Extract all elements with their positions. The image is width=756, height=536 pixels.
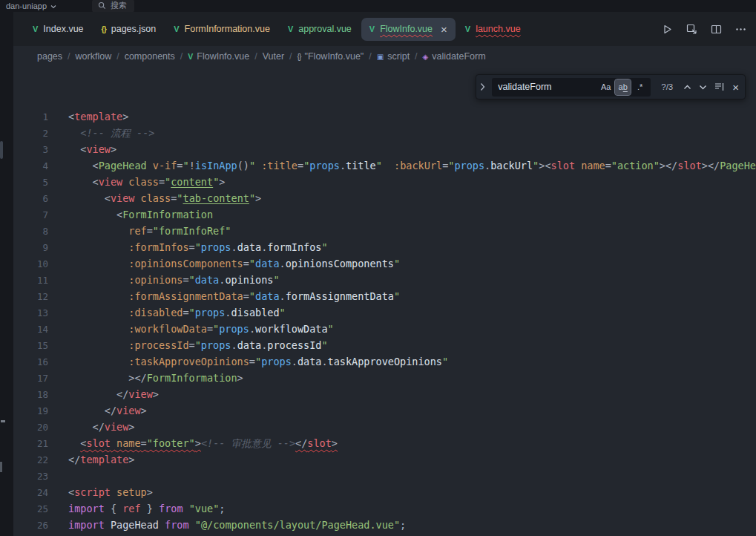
- code-line-8[interactable]: 8 ref="formInfoRef": [13, 223, 756, 239]
- code-line-9[interactable]: 9 :formInfos="props.data.formInfos": [13, 239, 756, 255]
- split-editor-button[interactable]: [709, 22, 723, 36]
- code-line-5[interactable]: 5 <view class="content">: [13, 174, 756, 190]
- breadcrumb-label: Vuter: [263, 51, 284, 62]
- code-line-4[interactable]: 4 <PageHead v-if="!isInApp()" :title="pr…: [13, 157, 756, 174]
- regex-button[interactable]: .*: [632, 79, 648, 95]
- code-line-18[interactable]: 18 </view>: [13, 386, 756, 402]
- tab-approval-vue[interactable]: Vapproval.vue: [280, 18, 360, 41]
- line-number: 15: [13, 338, 48, 354]
- code-line-17[interactable]: 17 ></FormInformation>: [13, 370, 756, 386]
- breadcrumb-separator: /: [369, 51, 371, 62]
- code-line-7[interactable]: 7 <FormInformation: [13, 206, 756, 223]
- activity-strip[interactable]: [0, 12, 13, 536]
- chevron-up-icon: [683, 85, 691, 90]
- tab-launch-vue[interactable]: Vlaunch.vue: [457, 18, 529, 41]
- code-text: :formInfos="props.data.formInfos": [68, 241, 328, 253]
- line-number: 7: [13, 207, 48, 223]
- code-line-21[interactable]: 21 <slot name="footer"><!-- 审批意见 --></sl…: [13, 435, 756, 451]
- line-number: 18: [13, 387, 48, 403]
- code-line-10[interactable]: 10 :opinionsComponents="data.opinionsCom…: [13, 255, 756, 272]
- next-match-button[interactable]: [699, 85, 707, 90]
- code-line-13[interactable]: 13 :disabled="props.disabled": [13, 304, 756, 321]
- find-in-selection-button[interactable]: [714, 82, 725, 91]
- code-text: ></FormInformation>: [68, 372, 243, 384]
- code-line-14[interactable]: 14 :workflowData="props.workflowData": [13, 321, 756, 337]
- breadcrumb-item-vuter[interactable]: Vuter: [263, 51, 284, 62]
- vue-file-icon: V: [188, 52, 193, 61]
- line-number: 1: [13, 109, 48, 125]
- breadcrumb-item-flowinfo-vue[interactable]: VFlowInfo.vue: [188, 51, 249, 62]
- run-dev-icon: [686, 24, 697, 35]
- find-results-count: ?/3: [657, 82, 677, 91]
- breadcrumb-separator: /: [68, 51, 70, 62]
- vue-file-icon: V: [174, 25, 179, 33]
- run-dev-button[interactable]: [685, 22, 698, 36]
- line-number: 20: [13, 419, 48, 436]
- breadcrumb-item-script[interactable]: ▣script: [377, 51, 410, 62]
- code-line-24[interactable]: 24<script setup>: [13, 484, 756, 500]
- line-number: 9: [13, 240, 48, 256]
- line-number: 11: [13, 272, 48, 289]
- tab-index-vue[interactable]: VIndex.vue: [24, 18, 92, 41]
- code-line-6[interactable]: 6 <view class="tab-content">: [13, 190, 756, 206]
- close-find-button[interactable]: ×: [732, 81, 739, 94]
- code-line-25[interactable]: 25import { ref } from "vue";: [13, 500, 756, 517]
- match-case-button[interactable]: Aa: [598, 79, 614, 95]
- line-number: 13: [13, 305, 48, 321]
- line-number: 21: [13, 436, 48, 452]
- chevron-down-icon: [50, 4, 56, 9]
- breadcrumb-item--flowinfo-vue-[interactable]: {}"FlowInfo.vue": [298, 51, 364, 62]
- more-actions-button[interactable]: [734, 22, 747, 36]
- code-line-11[interactable]: 11 :opinions="data.opinions": [13, 272, 756, 288]
- code-text: <!-- 流程 -->: [68, 127, 154, 139]
- symbol-module-icon: ▣: [377, 53, 384, 61]
- code-text: </view>: [68, 405, 147, 416]
- project-menu[interactable]: dan-uniapp: [1, 1, 61, 10]
- code-line-2[interactable]: 2 <!-- 流程 -->: [13, 125, 756, 141]
- line-number: 2: [13, 125, 48, 142]
- whole-word-button[interactable]: ab: [615, 79, 631, 95]
- run-button[interactable]: [660, 22, 674, 36]
- code-line-15[interactable]: 15 :processId="props.data.processId": [13, 337, 756, 353]
- activity-strip-mark: [0, 462, 2, 472]
- line-number: 8: [13, 223, 48, 240]
- breadcrumb-item-workflow[interactable]: workflow: [76, 51, 112, 62]
- tab-label: launch.vue: [476, 24, 520, 34]
- code-line-19[interactable]: 19 </view>: [13, 402, 756, 419]
- code-line-16[interactable]: 16 :taskApproveOpinions="props.data.task…: [13, 353, 756, 370]
- tab-flowinfo-vue[interactable]: VFlowInfo.vue×: [361, 18, 456, 41]
- breadcrumb-item-validateform[interactable]: ◈validateForm: [423, 51, 486, 62]
- code-text: :processId="props.data.processId": [68, 339, 328, 351]
- line-number: 17: [13, 370, 48, 387]
- code-text: <PageHead v-if="!isInApp()" :title="prop…: [68, 160, 756, 171]
- activity-strip-handle[interactable]: [0, 141, 3, 159]
- code-line-22[interactable]: 22</template>: [13, 451, 756, 468]
- code-line-3[interactable]: 3 <view>: [13, 141, 756, 157]
- code-line-23[interactable]: 23: [13, 468, 756, 484]
- code-text: <slot name="footer"><!-- 审批意见 --></slot>: [68, 437, 338, 449]
- find-input[interactable]: [498, 82, 596, 92]
- toggle-replace-button[interactable]: [480, 82, 485, 91]
- tab-label: FormInformation.vue: [185, 24, 270, 34]
- code-line-1[interactable]: 1<template>: [13, 108, 756, 125]
- code-line-12[interactable]: 12 :formAssignmentData="data.formAssignm…: [13, 288, 756, 304]
- vue-file-icon: V: [465, 25, 470, 33]
- code-text: </view>: [68, 388, 159, 400]
- line-number: 26: [13, 517, 48, 534]
- code-editor[interactable]: Aa ab .* ?/3 ×: [13, 67, 756, 536]
- code-line-26[interactable]: 26import PageHead from "@/components/lay…: [13, 517, 756, 533]
- symbol-method-icon: ◈: [423, 53, 429, 61]
- breadcrumb-item-pages[interactable]: pages: [37, 51, 62, 62]
- vue-file-icon: V: [369, 25, 375, 33]
- code-text: </view>: [68, 421, 134, 433]
- code-line-20[interactable]: 20 </view>: [13, 419, 756, 435]
- previous-match-button[interactable]: [683, 85, 691, 90]
- close-tab-icon[interactable]: ×: [441, 24, 447, 35]
- tab-forminformation-vue[interactable]: VFormInformation.vue: [165, 18, 278, 41]
- global-search[interactable]: 搜索: [92, 0, 134, 13]
- tab-pages-json[interactable]: {}pages.json: [93, 18, 165, 41]
- code-text: ref="formInfoRef": [68, 225, 231, 237]
- breadcrumb-item-components[interactable]: components: [125, 51, 175, 62]
- split-editor-icon: [711, 24, 722, 35]
- activity-strip-mark: [1, 420, 5, 422]
